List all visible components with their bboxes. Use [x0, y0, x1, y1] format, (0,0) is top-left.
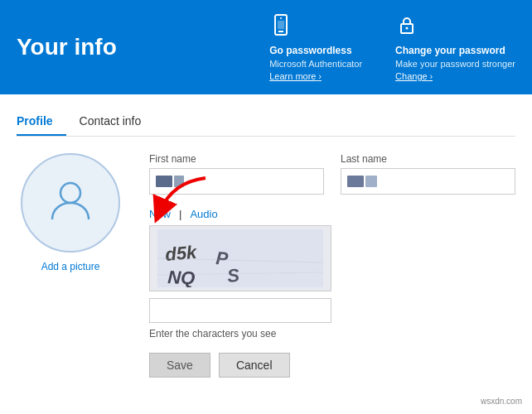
phone-icon — [269, 13, 362, 41]
captcha-audio-link[interactable]: Audio — [190, 208, 217, 220]
captcha-image: d5k P NQ S — [149, 225, 331, 291]
last-name-field-group: Last name — [341, 153, 515, 195]
captcha-label-row: New | Audio — [149, 208, 515, 220]
captcha-section: New | Audio d5k P NQ S — [149, 208, 515, 339]
svg-rect-3 — [278, 21, 284, 29]
last-name-input[interactable] — [341, 168, 515, 195]
content-area: Profile Contact info Add a picture First… — [0, 94, 532, 391]
page-title: Your info — [17, 34, 117, 60]
change-password-sub: Make your password stronger — [395, 58, 515, 70]
form-section: First name Last name — [149, 153, 515, 378]
learn-more-link[interactable]: Learn more › — [269, 71, 362, 81]
tab-profile[interactable]: Profile — [17, 108, 66, 136]
user-icon — [46, 175, 95, 231]
passwordless-action: Go passwordless Microsoft Authenticator … — [269, 13, 362, 81]
passwordless-sub: Microsoft Authenticator — [269, 58, 362, 70]
lock-icon — [395, 13, 515, 41]
save-button[interactable]: Save — [149, 353, 210, 378]
avatar-section: Add a picture — [17, 153, 124, 272]
first-name-input[interactable] — [149, 168, 324, 195]
passwordless-title: Go passwordless — [269, 45, 362, 58]
change-password-title: Change your password — [395, 45, 515, 58]
svg-text:S: S — [226, 264, 241, 286]
tabs: Profile Contact info — [17, 108, 515, 137]
chevron-right-icon2: › — [430, 72, 433, 81]
svg-text:d5k: d5k — [164, 242, 199, 265]
add-picture-link[interactable]: Add a picture — [41, 261, 100, 272]
chevron-right-icon: › — [319, 72, 322, 81]
name-row: First name Last name — [149, 153, 515, 195]
avatar — [21, 153, 120, 253]
first-name-field-group: First name — [149, 153, 324, 195]
button-row: Save Cancel — [149, 353, 515, 378]
first-name-label: First name — [149, 153, 324, 165]
change-link[interactable]: Change › — [395, 71, 515, 81]
captcha-separator: | — [179, 208, 181, 220]
captcha-hint: Enter the characters you see — [149, 328, 515, 339]
header: Your info Go passwordless Microsoft Auth… — [0, 0, 532, 94]
header-actions: Go passwordless Microsoft Authenticator … — [269, 13, 515, 81]
svg-text:NQ: NQ — [167, 267, 196, 287]
svg-point-6 — [60, 183, 80, 203]
captcha-new-link[interactable]: New — [149, 208, 171, 220]
last-name-label: Last name — [341, 153, 515, 165]
svg-point-5 — [406, 27, 409, 30]
change-password-action: Change your password Make your password … — [395, 13, 515, 81]
cancel-button[interactable]: Cancel — [219, 353, 290, 378]
tab-contact-info[interactable]: Contact info — [80, 108, 155, 136]
main-layout: Add a picture First name L — [17, 153, 515, 378]
watermark: wsxdn.com — [477, 395, 525, 407]
captcha-input[interactable] — [149, 298, 331, 323]
